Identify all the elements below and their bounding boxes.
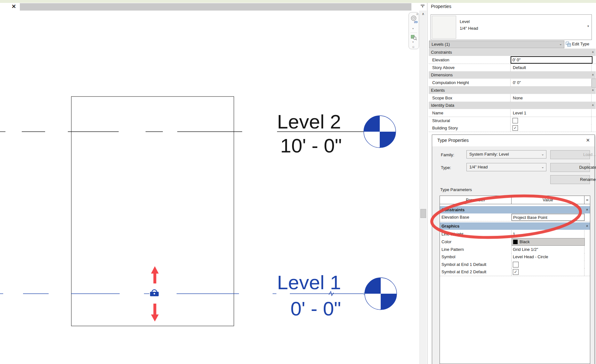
section-identity-data[interactable]: Identity Data « <box>429 102 596 109</box>
selection-filter-combo[interactable]: Levels (1) ⌄ <box>429 41 564 48</box>
properties-panel-title: Properties <box>431 4 451 9</box>
row-symbol-end-2: Symbol at End 2 Default ✓ <box>440 268 590 276</box>
combo-chevron-icon: ⌄ <box>541 165 544 169</box>
collapse-icon[interactable]: « <box>585 225 590 227</box>
color-value: Black <box>520 239 530 244</box>
top-strip <box>0 0 596 3</box>
row-label: Elevation <box>432 58 449 62</box>
row-story-above: Story Above Default <box>429 64 596 72</box>
row-color: Color Black <box>440 238 590 246</box>
elevation-input[interactable] <box>511 56 592 64</box>
table-header: Parameter Value = <box>440 196 590 204</box>
type-selector-type: 1/4" Head <box>460 26 478 31</box>
collapse-icon[interactable]: « <box>585 209 590 211</box>
value-header[interactable]: Value <box>512 197 584 202</box>
structural-checkbox[interactable] <box>513 118 518 123</box>
section-constraints[interactable]: Constraints « <box>429 49 596 56</box>
palette-scrollbar-thumb[interactable] <box>592 79 596 88</box>
scrollbar-thumb[interactable] <box>420 209 426 218</box>
building-story-checkbox[interactable]: ✓ <box>513 125 518 131</box>
section-dimensions[interactable]: Dimensions « <box>429 71 596 79</box>
type-combo-value: 1/4" Head <box>469 165 488 169</box>
row-value[interactable]: None <box>513 96 523 100</box>
row-elevation-base: Elevation Base Project Base Point <box>440 213 590 221</box>
param-label: Color <box>441 239 451 244</box>
edit-type-button[interactable]: Edit Type <box>565 41 595 48</box>
level-2-elevation-text[interactable]: 10' - 0" <box>280 135 342 157</box>
param-label: Elevation Base <box>441 215 469 220</box>
parameter-header[interactable]: Parameter <box>440 197 511 202</box>
wheel-dropdown-icon[interactable]: ▾ <box>412 27 414 30</box>
row-symbol: Symbol Level Head - Circle <box>440 253 590 261</box>
combo-chevron-icon: ⌄ <box>559 42 562 46</box>
row-computation-height: Computation Height 0' 0" <box>429 79 596 87</box>
canvas-vertical-scrollbar[interactable]: ∧ <box>419 11 426 364</box>
dialog-close-icon[interactable]: ✕ <box>586 137 590 143</box>
filter-down-icon: ▼ <box>420 6 425 8</box>
panel-filter-icon[interactable]: ▼ <box>420 4 425 10</box>
dialog-title-bar[interactable]: Type Properties ✕ <box>432 135 594 146</box>
section-label: Identity Data <box>431 103 454 108</box>
row-structural: Structural <box>429 117 596 125</box>
row-building-story: Building Story ✓ <box>429 124 596 132</box>
rename-button[interactable]: Rename... <box>550 175 590 184</box>
elevation-base-value: Project Base Point <box>513 215 547 220</box>
collapse-icon[interactable]: « <box>591 89 595 91</box>
row-value[interactable]: Level 1 <box>513 111 526 115</box>
view-title-bar <box>20 3 411 11</box>
param-value[interactable]: Level Head - Circle <box>513 254 548 259</box>
symbol-end-1-checkbox[interactable] <box>513 262 519 267</box>
scroll-up-icon[interactable]: ∧ <box>420 12 426 16</box>
color-value-cell[interactable]: Black <box>512 238 585 246</box>
section-label: Dimensions <box>431 73 453 77</box>
row-line-weight: Line Weight 1 <box>440 230 590 238</box>
group-label: Graphics <box>441 224 459 228</box>
rename-button-label: Rename... <box>570 177 596 182</box>
type-selector-dropdown-icon[interactable]: ▾ <box>587 24 589 28</box>
combo-chevron-icon: ⌄ <box>541 152 544 156</box>
level-2-name-text[interactable]: Level 2 <box>277 111 341 133</box>
group-constraints[interactable]: Constraints « <box>440 206 590 213</box>
param-label: Line Pattern <box>441 247 464 252</box>
collapse-icon[interactable]: « <box>591 51 595 53</box>
row-label: Structural <box>432 118 450 123</box>
move-up-arrow[interactable] <box>151 266 159 283</box>
drawing-canvas[interactable]: Level 2 10' - 0" Level 1 0' - 0" <box>0 11 427 364</box>
row-value[interactable]: Default <box>513 65 526 70</box>
collapse-icon[interactable]: « <box>591 74 595 76</box>
level-1-elevation-text[interactable]: 0' - 0" <box>290 298 341 320</box>
collapse-icon[interactable]: « <box>591 104 595 106</box>
section-extents[interactable]: Extents « <box>429 87 596 94</box>
symbol-end-2-checkbox[interactable]: ✓ <box>513 269 519 275</box>
duplicate-button[interactable]: Duplicate... <box>550 163 590 172</box>
zoom-tool-icon[interactable] <box>411 34 417 41</box>
param-value[interactable]: 1 <box>513 232 515 236</box>
steering-wheel-2d-icon[interactable]: 2D <box>410 15 418 24</box>
lock-icon[interactable] <box>150 290 159 296</box>
elevation-base-combo[interactable]: Project Base Point <box>512 214 584 221</box>
zoom-dropdown-icon[interactable]: ▾ <box>412 41 414 43</box>
row-label: Story Above <box>432 65 455 70</box>
crop-region-rectangle[interactable] <box>71 97 234 326</box>
family-combo[interactable]: System Family: Level ⌄ <box>466 150 546 159</box>
group-graphics[interactable]: Graphics « <box>440 222 590 230</box>
param-value[interactable]: Grid Line 1/2" <box>513 247 538 252</box>
level-1-name-text[interactable]: Level 1 <box>277 271 341 293</box>
param-label: Symbol <box>441 254 455 259</box>
close-view-icon[interactable]: ✕ <box>10 3 18 11</box>
type-preview-image <box>432 16 456 39</box>
type-combo[interactable]: 1/4" Head ⌄ <box>466 163 546 171</box>
move-down-arrow[interactable] <box>151 304 159 321</box>
group-label: Constraints <box>441 207 465 212</box>
dialog-title: Type Properties <box>437 138 469 143</box>
section-label: Constraints <box>431 50 452 55</box>
navbar-minimize-icon[interactable]: ⊖ <box>412 45 415 49</box>
load-button[interactable]: Load... <box>550 150 590 159</box>
eq-header[interactable]: = <box>584 197 590 202</box>
navigation-bar[interactable]: ⊗ 2D ▾ ▾ ⊖ <box>409 12 419 49</box>
type-parameters-label: Type Parameters <box>440 187 472 192</box>
row-value[interactable]: 0' 0" <box>513 80 521 85</box>
navbar-divider <box>410 33 417 33</box>
level-1-head-circle[interactable] <box>365 278 397 310</box>
level-2-head-circle[interactable] <box>364 116 396 148</box>
